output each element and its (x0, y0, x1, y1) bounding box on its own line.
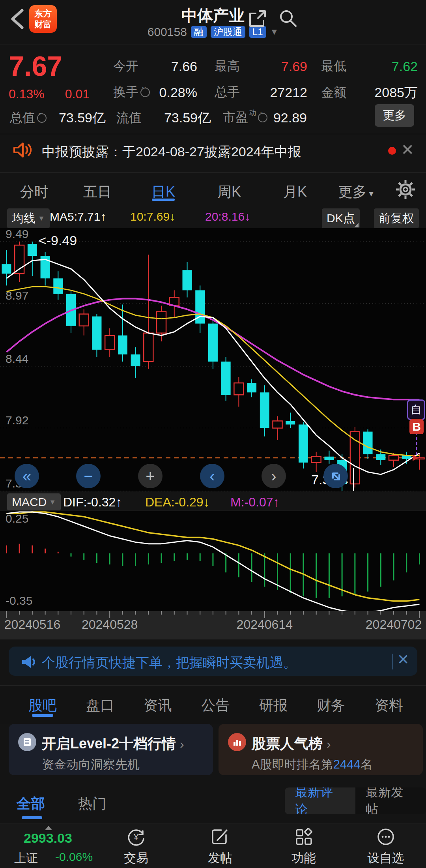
info-icon[interactable] (140, 88, 150, 97)
tab-五日[interactable]: 五日 (83, 182, 112, 202)
sort-latest-posts[interactable]: 最新发帖 (355, 787, 426, 814)
watchlist-icon[interactable] (375, 826, 396, 847)
tab-分时[interactable]: 分时 (20, 182, 49, 202)
community-tab-研报[interactable]: 研报 (259, 696, 288, 715)
macd-chart[interactable]: 0.25 -0.35 (0, 510, 426, 611)
date-label: 20240528 (82, 617, 138, 632)
change-percent: 0.13% (9, 87, 45, 101)
nav-features[interactable]: 功能 (291, 850, 316, 866)
stat-label: 金额 (321, 84, 346, 101)
trade-icon[interactable]: ¥ (125, 826, 147, 847)
nav-trade[interactable]: 交易 (124, 850, 148, 866)
zoom-out-button[interactable]: − (76, 464, 101, 488)
badge-margin: 融 (191, 26, 207, 38)
current-price: 7.67 (9, 51, 62, 82)
info-icon[interactable] (37, 113, 47, 123)
date-label: 20240516 (4, 617, 60, 632)
level2-subtitle: 资金动向洞察先机 (42, 756, 140, 773)
nav-watchlist[interactable]: 设自选 (368, 850, 404, 866)
tab-更多[interactable]: 更多 ▾ (338, 182, 373, 202)
low-crosshair-line (353, 468, 354, 491)
community-tab-股吧[interactable]: 股吧 (28, 696, 57, 715)
svg-text:¥: ¥ (133, 832, 139, 842)
date-label: 20240614 (237, 617, 293, 632)
search-icon[interactable] (277, 7, 299, 29)
ma10-value: 10:7.69↓ (130, 210, 176, 223)
stat-value: 7.66 (171, 59, 197, 74)
stock-subtitle: 600158 融 沪股通 L1 ▼ (0, 25, 426, 39)
stat-label: 流值 (116, 109, 142, 127)
stat-市盈: 市盈动92.89 (223, 109, 307, 126)
stat-label: 换手 (113, 84, 150, 101)
stat-value: 0.28% (159, 85, 197, 100)
ma5-value: MA5:7.71↑ (50, 210, 106, 223)
badge-hgt: 沪股通 (211, 26, 245, 38)
stat-label: 最低 (321, 58, 346, 75)
bottom-nav-bar: 2993.03 上证 -0.06% ¥ 交易 发帖 功能 (0, 823, 426, 868)
stat-label: 总手 (215, 84, 240, 101)
date-axis[interactable]: 20240516202405282024061420240702 (0, 611, 426, 639)
announcement-text[interactable]: 中报预披露：于2024-08-27披露2024年中报 (42, 143, 301, 161)
tab-月K[interactable]: 月K (283, 182, 307, 202)
popularity-rank: 2444 (333, 757, 361, 771)
fast-backward-button[interactable]: « (15, 464, 39, 488)
stat-label: 市盈动 (223, 109, 267, 126)
indicator-selector-button[interactable]: MACD▼ (7, 493, 61, 511)
resize-icon (323, 464, 348, 488)
info-icon[interactable] (258, 113, 267, 122)
gear-icon[interactable] (394, 178, 417, 201)
chevron-right-icon: › (327, 737, 331, 751)
expand-index-icon[interactable] (45, 826, 52, 830)
community-tab-资讯[interactable]: 资讯 (144, 696, 172, 715)
tab-周K[interactable]: 周K (217, 182, 241, 202)
stat-换手: 换手0.28% (113, 84, 197, 101)
popularity-card[interactable]: 股票人气榜› A股即时排名第2444名 (219, 724, 423, 775)
stat-label: 今开 (113, 58, 138, 75)
post-icon[interactable] (209, 826, 231, 847)
stat-value: 27212 (270, 85, 307, 100)
ma-selector-button[interactable]: 均线▼ (7, 208, 50, 229)
banner-close-icon[interactable]: × (398, 650, 409, 669)
dk-point-button[interactable]: DK点 (322, 208, 360, 229)
speaker-icon (11, 139, 33, 161)
share-icon[interactable] (246, 8, 268, 30)
filter-tab-hot[interactable]: 热门 (78, 794, 106, 814)
auto-badge[interactable]: 自 (407, 399, 425, 420)
page-title: 中体产业 (0, 5, 426, 26)
stat-value: 73.59亿 (164, 109, 211, 127)
high-price-callout: <-9.49 (39, 233, 77, 248)
sort-latest-comments[interactable]: 最新评论 (285, 787, 355, 814)
price-axis-label: 7.92 (6, 414, 28, 427)
stat-label: 总值 (10, 109, 47, 127)
community-tab-盘口[interactable]: 盘口 (86, 696, 114, 715)
candlestick-chart[interactable]: 9.498.978.447.927.39<-9.497.39→ 自 B «−+‹… (0, 228, 426, 491)
resize-button[interactable] (323, 464, 348, 488)
price-change-row: 0.13% 0.01 (9, 87, 90, 101)
stat-value: 73.59亿 (59, 109, 106, 127)
fuquan-button[interactable]: 前复权 (374, 208, 419, 229)
pan-right-button[interactable]: › (262, 464, 286, 488)
buy-marker-badge: B (409, 419, 424, 434)
more-button[interactable]: 更多 (375, 104, 414, 127)
community-tab-公告[interactable]: 公告 (201, 696, 230, 715)
macd-min-label: -0.35 (6, 594, 32, 607)
index-value[interactable]: 2993.03 (24, 831, 72, 846)
stock-detail-page: 东方财富 中体产业 600158 融 沪股通 L1 ▼ 7.67 0.13% 0… (0, 0, 426, 868)
level2-card[interactable]: 开启Level-2十档行情› 资金动向洞察先机 (9, 724, 213, 775)
features-icon[interactable] (293, 826, 314, 847)
nav-post[interactable]: 发帖 (208, 850, 232, 866)
stat-最高: 最高7.69 (215, 58, 307, 75)
macd-max-label: 0.25 (6, 512, 28, 525)
ma20-value: 20:8.16↓ (205, 210, 250, 223)
community-tab-bar: 股吧盘口资讯公告研报财务资料 (0, 685, 426, 724)
banner-text: 个股行情页快捷下单，把握瞬时买卖机遇。 (42, 654, 297, 672)
zoom-in-button[interactable]: + (138, 464, 163, 488)
stat-value: 92.89 (273, 110, 307, 126)
pan-left-button[interactable]: ‹ (200, 464, 224, 488)
chevron-down-icon: ▼ (49, 498, 56, 506)
filter-tab-all[interactable]: 全部 (17, 794, 45, 814)
announcement-close-icon[interactable]: × (402, 139, 413, 159)
dif-value: DIF:-0.32↑ (63, 495, 122, 510)
community-tab-财务[interactable]: 财务 (317, 696, 345, 715)
community-tab-资料[interactable]: 资料 (375, 696, 403, 715)
